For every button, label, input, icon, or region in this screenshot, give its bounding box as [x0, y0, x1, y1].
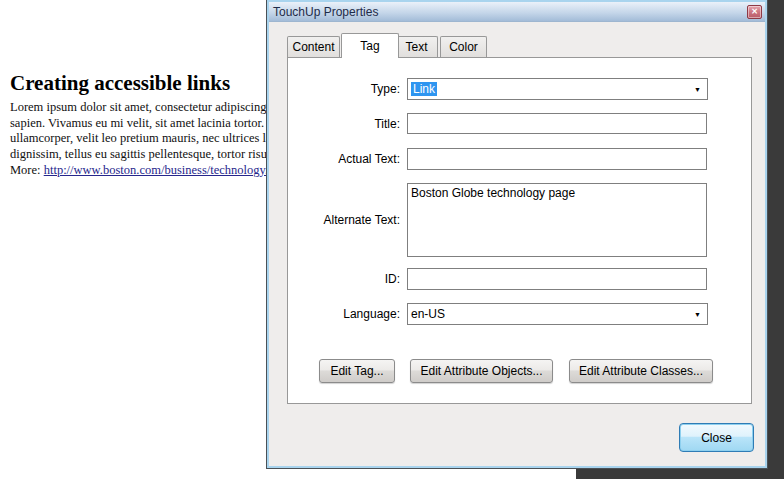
edit-attribute-objects-button[interactable]: Edit Attribute Objects... — [410, 359, 553, 383]
id-row: ID: — [288, 268, 751, 290]
workspace: { "document": { "heading": "Creating acc… — [0, 0, 784, 479]
id-input[interactable] — [407, 268, 707, 290]
actual-text-row: Actual Text: — [288, 148, 751, 170]
type-selected-value: Link — [411, 82, 437, 96]
tab-color[interactable]: Color — [440, 36, 487, 57]
alternate-text-label: Alternate Text: — [288, 213, 400, 227]
paragraph-line: sapien. Vivamus eu mi velit, sit amet la… — [10, 116, 276, 132]
paragraph-line: Lorem ipsum dolor sit amet, consectetur … — [10, 100, 276, 116]
actual-text-label: Actual Text: — [288, 152, 400, 166]
tag-tab-panel: Type: Link ▼ Title: Actual Text: Alterna… — [287, 57, 752, 404]
paragraph-line: ullamcorper, velit leo pretium mauris, n… — [10, 131, 276, 147]
tab-text[interactable]: Text — [395, 36, 438, 57]
language-label: Language: — [288, 307, 400, 321]
paragraph-line: dignissim, tellus eu sagittis pellentesq… — [10, 147, 276, 163]
language-selected-value: en-US — [411, 307, 445, 321]
document-heading: Creating accessible links — [10, 71, 230, 96]
type-row: Type: Link ▼ — [288, 78, 751, 100]
close-button[interactable]: Close — [679, 423, 754, 452]
title-label: Title: — [288, 117, 400, 131]
more-label: More: — [10, 163, 44, 177]
chevron-down-icon[interactable]: ▼ — [694, 86, 701, 93]
title-row: Title: — [288, 113, 751, 134]
dialog-title: TouchUp Properties — [273, 5, 378, 19]
language-dropdown[interactable]: en-US ▼ — [407, 303, 708, 325]
edit-attribute-classes-button[interactable]: Edit Attribute Classes... — [569, 359, 713, 383]
tab-tag[interactable]: Tag — [341, 33, 399, 58]
alternate-text-row: Alternate Text: Boston Globe technology … — [288, 183, 751, 257]
document-paragraph: Lorem ipsum dolor sit amet, consectetur … — [10, 100, 276, 162]
edit-tag-button[interactable]: Edit Tag... — [319, 359, 395, 383]
chevron-down-icon[interactable]: ▼ — [694, 311, 701, 318]
document-more-line: More: http://www.boston.com/business/tec… — [10, 163, 269, 178]
close-icon[interactable]: ✕ — [747, 5, 762, 19]
language-row: Language: en-US ▼ — [288, 303, 751, 325]
title-input[interactable] — [407, 113, 707, 134]
type-label: Type: — [288, 82, 400, 96]
id-label: ID: — [288, 272, 400, 286]
dialog-titlebar[interactable]: TouchUp Properties ✕ — [269, 2, 765, 22]
type-dropdown[interactable]: Link ▼ — [407, 78, 708, 100]
edit-buttons-row: Edit Tag... Edit Attribute Objects... Ed… — [288, 359, 751, 383]
actual-text-input[interactable] — [407, 148, 707, 170]
touchup-properties-dialog: TouchUp Properties ✕ Content Tag Text Co… — [267, 0, 767, 468]
document-hyperlink[interactable]: http://www.boston.com/business/technolog… — [44, 163, 270, 177]
tab-content[interactable]: Content — [287, 36, 340, 57]
alternate-text-input[interactable]: Boston Globe technology page — [407, 183, 707, 257]
